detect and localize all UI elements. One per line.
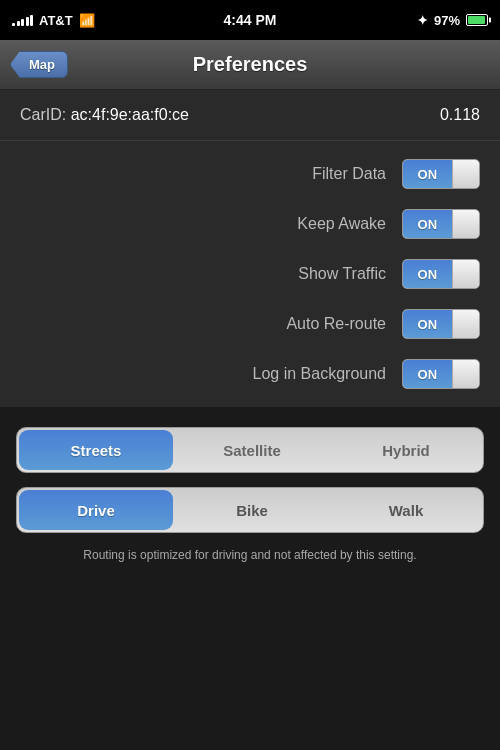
- transport-bike[interactable]: Bike: [175, 488, 329, 532]
- filter-data-row: Filter Data ON: [0, 149, 500, 199]
- transport-section: Drive Bike Walk: [16, 487, 484, 533]
- filter-data-toggle[interactable]: ON: [402, 159, 480, 189]
- nav-bar: Map Preferences: [0, 40, 500, 90]
- bluetooth-icon: ✦: [417, 13, 428, 28]
- settings-section: Filter Data ON Keep Awake ON Show Traffi…: [0, 141, 500, 407]
- toggle-on-label: ON: [403, 160, 452, 188]
- car-id-label: CarID:: [20, 106, 66, 123]
- map-type-satellite[interactable]: Satellite: [175, 428, 329, 472]
- map-type-hybrid[interactable]: Hybrid: [329, 428, 483, 472]
- car-id-number: 0.118: [440, 106, 480, 124]
- log-background-row: Log in Background ON: [0, 349, 500, 399]
- map-type-selector: Streets Satellite Hybrid: [16, 427, 484, 473]
- status-left: AT&T 📶: [12, 13, 95, 28]
- transport-walk[interactable]: Walk: [329, 488, 483, 532]
- toggle-on-label: ON: [403, 210, 452, 238]
- auto-reroute-row: Auto Re-route ON: [0, 299, 500, 349]
- log-background-toggle[interactable]: ON: [402, 359, 480, 389]
- toggle-on-label: ON: [403, 360, 452, 388]
- page-title: Preferences: [193, 53, 308, 76]
- toggle-on-label: ON: [403, 310, 452, 338]
- map-type-streets[interactable]: Streets: [19, 430, 173, 470]
- log-background-label: Log in Background: [20, 365, 386, 383]
- back-button[interactable]: Map: [10, 51, 68, 78]
- auto-reroute-label: Auto Re-route: [20, 315, 386, 333]
- toggle-on-label: ON: [403, 260, 452, 288]
- car-id-value: ac:4f:9e:aa:f0:ce: [71, 106, 189, 123]
- car-id-row: CarID: ac:4f:9e:aa:f0:ce 0.118: [0, 90, 500, 141]
- auto-reroute-toggle[interactable]: ON: [402, 309, 480, 339]
- toggle-thumb: [452, 360, 479, 388]
- map-type-section: Streets Satellite Hybrid: [16, 427, 484, 473]
- routing-info: Routing is optimized for driving and not…: [16, 547, 484, 564]
- wifi-icon: 📶: [79, 13, 95, 28]
- toggle-thumb: [452, 160, 479, 188]
- battery-percent: 97%: [434, 13, 460, 28]
- toggle-thumb: [452, 210, 479, 238]
- status-right: ✦ 97%: [417, 13, 488, 28]
- toggle-thumb: [452, 260, 479, 288]
- toggle-thumb: [452, 310, 479, 338]
- keep-awake-toggle[interactable]: ON: [402, 209, 480, 239]
- show-traffic-label: Show Traffic: [20, 265, 386, 283]
- carrier-label: AT&T: [39, 13, 73, 28]
- status-bar: AT&T 📶 4:44 PM ✦ 97%: [0, 0, 500, 40]
- transport-selector: Drive Bike Walk: [16, 487, 484, 533]
- filter-data-label: Filter Data: [20, 165, 386, 183]
- show-traffic-toggle[interactable]: ON: [402, 259, 480, 289]
- keep-awake-row: Keep Awake ON: [0, 199, 500, 249]
- show-traffic-row: Show Traffic ON: [0, 249, 500, 299]
- signal-bars-icon: [12, 14, 33, 26]
- battery-indicator: [466, 14, 488, 26]
- status-time: 4:44 PM: [224, 12, 277, 28]
- content-area: CarID: ac:4f:9e:aa:f0:ce 0.118 Filter Da…: [0, 90, 500, 564]
- keep-awake-label: Keep Awake: [20, 215, 386, 233]
- transport-drive[interactable]: Drive: [19, 490, 173, 530]
